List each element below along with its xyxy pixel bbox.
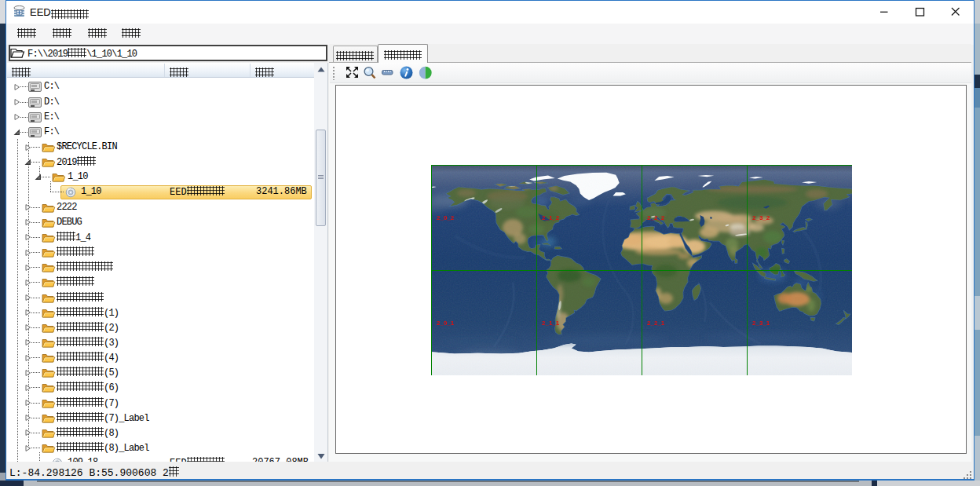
svg-text:2_1_1: 2_1_1	[542, 320, 560, 327]
svg-text:2_1_2: 2_1_2	[542, 214, 560, 221]
svg-text:2_0_1: 2_0_1	[437, 320, 455, 327]
svg-text:2_3_2: 2_3_2	[752, 214, 770, 221]
svg-text:2_2_1: 2_2_1	[647, 320, 665, 327]
svg-text:2_3_1: 2_3_1	[752, 320, 770, 327]
svg-text:2_2_2: 2_2_2	[647, 214, 665, 221]
svg-text:2_0_2: 2_0_2	[437, 214, 455, 221]
